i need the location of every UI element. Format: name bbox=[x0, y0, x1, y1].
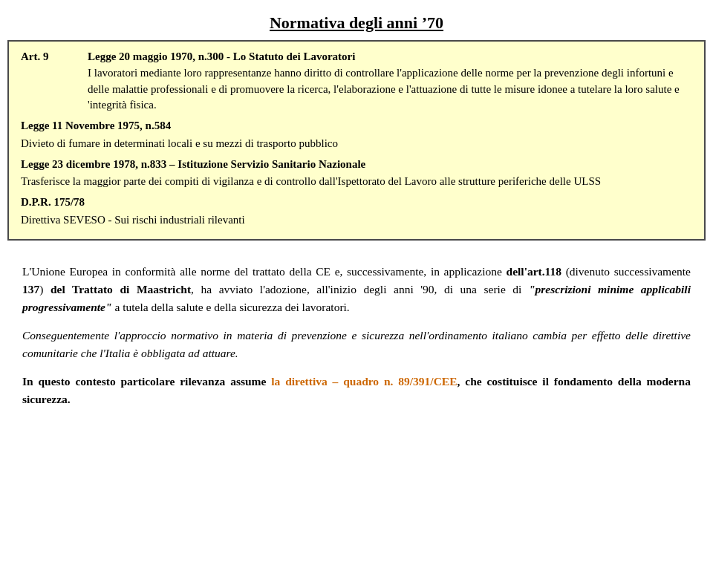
para1-text2: (divenuto successivamente bbox=[561, 265, 691, 278]
law3-heading: Legge 23 dicembre 1978, n.833 – Istituzi… bbox=[21, 157, 692, 173]
law1-body: I lavoratori mediante loro rappresentanz… bbox=[88, 67, 680, 111]
para1-maastricht: del Trattato di Maastricht bbox=[51, 283, 191, 295]
paragraph-1: L'Unione Europea in conformità alle norm… bbox=[22, 263, 691, 316]
law1-text: Legge 20 maggio 1970, n.300 - Lo Statuto… bbox=[88, 49, 692, 114]
law4-heading: D.P.R. 175/78 bbox=[21, 195, 692, 211]
law-row-3: Legge 23 dicembre 1978, n.833 – Istituzi… bbox=[21, 157, 692, 191]
para1-art118: dell'art.118 bbox=[507, 265, 561, 278]
para1-text1: L'Unione Europea in conformità alle norm… bbox=[22, 265, 507, 278]
law2-heading: Legge 11 Novembre 1975, n.584 bbox=[21, 118, 692, 134]
para1-text5: a tutela della salute e della sicurezza … bbox=[112, 301, 350, 313]
para3-directive: la direttiva – quadro n. 89/391/CEE bbox=[271, 375, 457, 388]
page-header: Normativa degli anni ’70 bbox=[0, 0, 713, 40]
para3-text1: In questo contesto particolare rilevanza… bbox=[22, 375, 271, 388]
para2-text: Conseguentemente l'approccio normativo i… bbox=[22, 329, 691, 359]
law1-heading: Legge 20 maggio 1970, n.300 - Lo Statuto… bbox=[88, 50, 355, 62]
laws-inner: Art. 9 Legge 20 maggio 1970, n.300 - Lo … bbox=[9, 42, 704, 239]
paragraph-3: In questo contesto particolare rilevanza… bbox=[22, 373, 691, 408]
law4-body: Direttiva SEVESO - Sui rischi industrial… bbox=[21, 212, 692, 229]
art-label-text: Art. 9 bbox=[21, 50, 49, 62]
page: Normativa degli anni ’70 Art. 9 Legge 20… bbox=[0, 0, 713, 588]
law2-body: Divieto di fumare in determinati locali … bbox=[21, 136, 692, 152]
art-label-1: Art. 9 bbox=[21, 49, 88, 63]
laws-section: Art. 9 Legge 20 maggio 1970, n.300 - Lo … bbox=[7, 40, 706, 241]
page-title: Normativa degli anni ’70 bbox=[15, 13, 698, 33]
para1-text4: , ha avviato l'adozione, all'inizio degl… bbox=[191, 283, 529, 295]
law3-body: Trasferisce la maggior parte dei compiti… bbox=[21, 174, 692, 190]
bottom-section: L'Unione Europea in conformità alle norm… bbox=[0, 248, 713, 589]
para1-text3: ) bbox=[39, 283, 51, 295]
para1-137: 137 bbox=[22, 283, 39, 295]
law-row-2: Legge 11 Novembre 1975, n.584 Divieto di… bbox=[21, 118, 692, 152]
paragraph-2: Conseguentemente l'approccio normativo i… bbox=[22, 327, 691, 362]
law-row-4: D.P.R. 175/78 Direttiva SEVESO - Sui ris… bbox=[21, 195, 692, 229]
law-row-1: Art. 9 Legge 20 maggio 1970, n.300 - Lo … bbox=[21, 49, 692, 114]
